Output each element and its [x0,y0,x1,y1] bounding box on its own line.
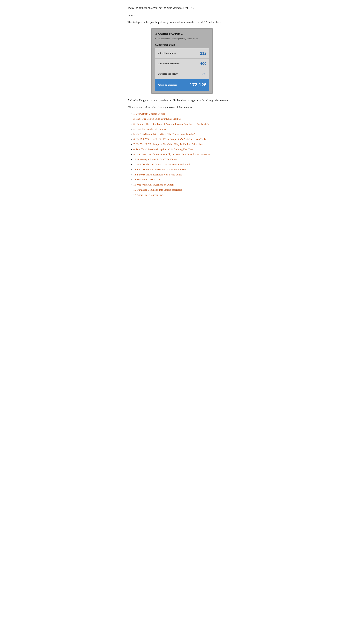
toc-list-item: 12. Pitch Your Email Newsletter to Twitt… [133,167,237,172]
toc-link[interactable]: 16. Turn Blog Comments Into Email Subscr… [133,188,182,191]
toc-link[interactable]: 4. Limit The Number of Options [133,128,166,130]
toc-link[interactable]: 9. Use These 8 Words to Dramatically Inc… [133,153,210,156]
body-paragraph-after: And today I'm going to show you the exac… [127,98,237,103]
stat-row: Subscribers Yesterday 400 [155,58,209,69]
toc-list-item: 13. Surprise New Subscribers With a Free… [133,173,237,177]
intro-paragraph-2: In fact: [127,13,237,17]
toc-list-item: 2. Hack Qualaroo To Build Your Email Lis… [133,117,237,121]
toc-link[interactable]: 13. Surprise New Subscribers With a Free… [133,173,182,176]
toc-list-item: 10. Giveaway a Bonus For YouTube Videos [133,157,237,161]
toc-link[interactable]: 15. Use Weird Call to Actions on Buttons [133,183,174,186]
toc-link[interactable]: 14. Use a Blog Post Teaser [133,178,160,181]
toc-link[interactable]: 8. Turn Your LinkedIn Group Into a List … [133,148,193,151]
subscriber-stats-title: Subscriber Stats [155,43,209,47]
intro-paragraph-1: Today I'm going to show you how to build… [127,6,237,10]
stat-label: Subscribers Today [155,48,185,58]
toc-link[interactable]: 17. About Page=Squeeze Page [133,194,164,196]
account-overview-wrapper: Account Overview See subscriber and mess… [127,28,237,94]
toc-link[interactable]: 5. Use This Simple Trick to Solve The “S… [133,133,195,136]
toc-list-item: 6. Use BuiltWith.com To Steal Your Compe… [133,137,237,141]
toc-intro-text: Click a section below to be taken right … [127,105,237,110]
stat-label: Unsubscribed Today [155,69,185,79]
stat-value: 20 [185,69,209,79]
toc-list-item: 4. Limit The Number of Options [133,127,237,131]
subscriber-stats-table: Subscribers Today 212 Subscribers Yester… [155,48,209,91]
toc-list-item: 5. Use This Simple Trick to Solve The “S… [133,132,237,136]
toc-list-item: 14. Use a Blog Post Teaser [133,177,237,182]
account-overview-title: Account Overview [155,32,209,37]
stat-row: Unsubscribed Today 20 [155,69,209,79]
toc-link[interactable]: 10. Giveaway a Bonus For YouTube Videos [133,158,177,161]
account-overview-box: Account Overview See subscriber and mess… [151,28,213,94]
toc-link[interactable]: 7. Use The LPF Technique to Turn More Bl… [133,143,203,146]
toc-link[interactable]: 6. Use BuiltWith.com To Steal Your Compe… [133,138,206,140]
toc-list: 1. Use Content Upgrade Popups2. Hack Qua… [127,112,237,197]
toc-link[interactable]: 1. Use Content Upgrade Popups [133,112,165,115]
toc-list-item: 8. Turn Your LinkedIn Group Into a List … [133,147,237,151]
toc-list-item: 9. Use These 8 Words to Dramatically Inc… [133,152,237,156]
toc-list-item: 16. Turn Blog Comments Into Email Subscr… [133,188,237,192]
toc-list-item: 1. Use Content Upgrade Popups [133,112,237,116]
intro-paragraph-3: The strategies in this post helped me gr… [127,20,237,24]
toc-link[interactable]: 11. Use “Readers” or “Visitors” to Gener… [133,163,190,166]
toc-link[interactable]: 2. Hack Qualaroo To Build Your Email Lis… [133,117,181,120]
stat-value: 212 [185,48,209,58]
toc-link[interactable]: 3. Optimize This Often-Ignored Page and … [133,123,209,125]
toc-list-item: 11. Use “Readers” or “Visitors” to Gener… [133,162,237,167]
account-overview-subtitle: See subscriber and message activity acro… [155,37,209,40]
toc-list-item: 17. About Page=Squeeze Page [133,193,237,197]
toc-link[interactable]: 12. Pitch Your Email Newsletter to Twitt… [133,168,186,171]
toc-list-item: 15. Use Weird Call to Actions on Buttons [133,183,237,187]
stat-label: Subscribers Yesterday [155,58,185,69]
stat-row: Subscribers Today 212 [155,48,209,58]
stat-value: 400 [185,58,209,69]
toc-list-item: 3. Optimize This Often-Ignored Page and … [133,122,237,126]
active-subscribers-row: Active Subscribers 172,126 [155,79,209,91]
active-subscribers-label: Active Subscribers [155,79,185,91]
active-subscribers-value: 172,126 [185,79,209,91]
toc-list-item: 7. Use The LPF Technique to Turn More Bl… [133,142,237,146]
